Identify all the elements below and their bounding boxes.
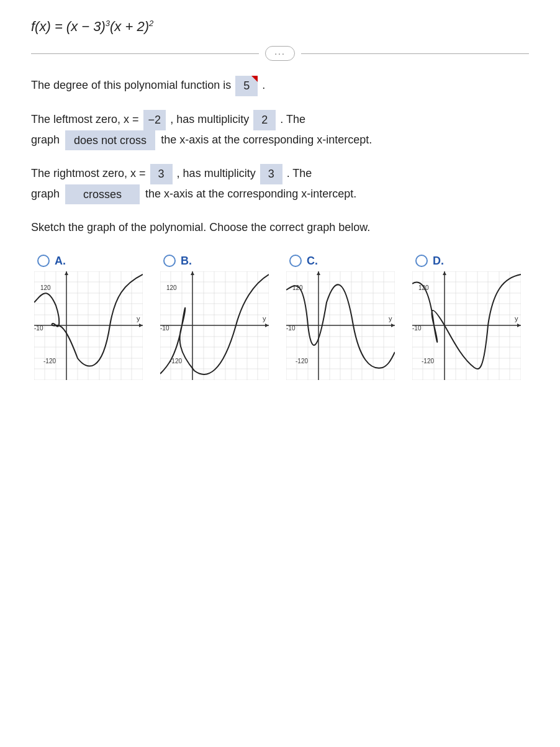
divider-right-line (301, 53, 529, 54)
svg-text:y: y (515, 315, 518, 322)
svg-text:-120: -120 (422, 358, 434, 364)
rightmost-behavior[interactable]: crosses (65, 184, 140, 205)
graph-c-svg: y 120 -120 -10 (286, 271, 395, 380)
rightmost-mult-label: , has multiplicity (177, 167, 256, 179)
svg-text:-120: -120 (296, 358, 308, 364)
graph-c-container: y 120 -120 -10 (286, 271, 395, 380)
choice-a-label-row: A. (37, 255, 66, 268)
svg-text:y: y (389, 315, 392, 322)
divider-left-line (31, 53, 259, 54)
svg-text:y: y (263, 315, 266, 322)
sketch-prompt: Sketch the graph of the polynomial. Choo… (31, 218, 529, 237)
choice-b-radio[interactable] (163, 255, 176, 267)
graphs-section: A. (31, 255, 529, 380)
rightmost-zero-value[interactable]: 3 (150, 164, 173, 184)
choice-d[interactable]: D. (409, 255, 524, 380)
choice-b[interactable]: B. (157, 255, 272, 380)
svg-text:-10: -10 (34, 325, 43, 332)
svg-text:-10: -10 (286, 325, 296, 332)
degree-prefix: The degree of this polynomial function i… (31, 79, 231, 91)
svg-text:-10: -10 (160, 325, 169, 332)
choice-b-letter: B. (181, 255, 192, 268)
choice-d-radio[interactable] (415, 255, 428, 267)
graph-d-svg: y 120 -120 -10 (412, 271, 521, 380)
leftmost-mult-label: , has multiplicity (170, 113, 249, 125)
leftmost-prefix: The leftmost zero, x = (31, 113, 139, 125)
rightmost-paragraph: The rightmost zero, x = 3 , has multipli… (31, 164, 529, 204)
graph-b-svg: y 120 -120 -10 (160, 271, 269, 380)
rightmost-axis-text: the x-axis at the corresponding x-interc… (145, 188, 356, 200)
rightmost-prefix: The rightmost zero, x = (31, 167, 146, 179)
graph-b-container: y 120 -120 -10 (160, 271, 269, 380)
svg-text:-10: -10 (412, 325, 422, 332)
choice-c-letter: C. (307, 255, 318, 268)
degree-suffix: . (262, 79, 265, 91)
svg-text:120: 120 (166, 284, 177, 291)
choice-d-label-row: D. (415, 255, 444, 268)
rightmost-graph-label: graph (31, 188, 60, 200)
rightmost-the: . The (287, 167, 312, 179)
formula-section: f(x) = (x − 3)3(x + 2)2 (31, 19, 529, 35)
leftmost-multiplicity[interactable]: 2 (253, 110, 276, 130)
leftmost-axis-text: the x-axis at the corresponding x-interc… (161, 134, 372, 146)
choice-a[interactable]: A. (31, 255, 146, 380)
divider: ··· (31, 46, 529, 61)
leftmost-behavior[interactable]: does not cross (65, 130, 155, 151)
svg-text:y: y (137, 315, 140, 322)
leftmost-graph-label: graph (31, 134, 60, 146)
degree-paragraph: The degree of this polynomial function i… (31, 76, 529, 96)
svg-text:120: 120 (40, 284, 51, 291)
svg-text:-120: -120 (43, 358, 56, 364)
choice-c-radio[interactable] (289, 255, 302, 267)
leftmost-paragraph: The leftmost zero, x = −2 , has multipli… (31, 110, 529, 150)
divider-dots: ··· (265, 46, 295, 61)
choice-a-radio[interactable] (37, 255, 50, 267)
graph-a-container: y 120 -120 -10 (34, 271, 143, 380)
graph-d-container: y 120 -120 -10 (412, 271, 521, 380)
graph-a-svg: y 120 -120 -10 (34, 271, 143, 380)
graph-choices-row: A. (31, 255, 529, 380)
rightmost-multiplicity[interactable]: 3 (260, 164, 282, 184)
choice-b-label-row: B. (163, 255, 192, 268)
choice-d-letter: D. (433, 255, 444, 268)
formula-display: f(x) = (x − 3)3(x + 2)2 (31, 19, 153, 34)
leftmost-zero-value[interactable]: −2 (143, 110, 166, 130)
choice-a-letter: A. (55, 255, 66, 268)
choice-c-label-row: C. (289, 255, 318, 268)
degree-value[interactable]: 5 (235, 76, 258, 96)
choice-c[interactable]: C. (283, 255, 398, 380)
leftmost-the: . The (280, 113, 305, 125)
red-corner-indicator (251, 76, 258, 82)
